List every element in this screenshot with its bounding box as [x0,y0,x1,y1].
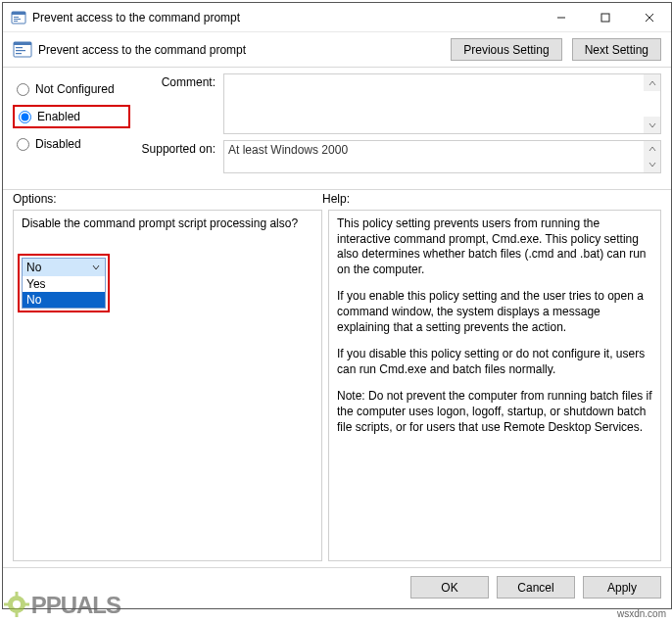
svg-rect-2 [14,17,19,18]
section-labels: Options: Help: [3,190,671,210]
panels-row: Disable the command prompt script proces… [3,210,671,561]
upper-area: Not Configured Enabled Disabled Comment: [3,68,671,185]
option-prompt-label: Disable the command prompt script proces… [22,216,313,230]
dropdown-highlight: No Yes No [18,254,110,312]
svg-rect-16 [16,592,19,597]
brand-watermark: PPUALS [4,592,120,623]
svg-rect-4 [14,21,18,22]
form-column: Comment: Supported on: At least Windows … [140,73,661,179]
scroll-down-icon[interactable] [644,117,660,133]
scroll-up-icon[interactable] [644,74,660,91]
svg-rect-13 [16,53,22,54]
ok-button[interactable]: OK [410,576,489,599]
help-label: Help: [322,192,661,206]
header-row: Prevent access to the command prompt Pre… [3,32,671,63]
supported-textarea: At least Windows 2000 [223,140,661,173]
gear-icon [4,592,29,623]
cancel-button[interactable]: Cancel [497,576,575,599]
comment-row: Comment: [140,73,661,134]
radio-disabled[interactable]: Disabled [13,132,130,156]
app-icon [11,10,26,25]
supported-scrollbar[interactable] [644,141,660,172]
options-panel: Disable the command prompt script proces… [13,210,322,561]
radio-disabled-label: Disabled [35,137,81,151]
svg-rect-3 [14,19,21,20]
dropdown-list: Yes No [23,276,105,308]
apply-button[interactable]: Apply [583,576,661,599]
previous-setting-button[interactable]: Previous Setting [451,38,561,61]
comment-label: Comment: [140,73,223,89]
options-label: Options: [13,192,322,206]
help-p2: If you enable this policy setting and th… [337,289,652,335]
svg-rect-1 [12,12,25,15]
radio-enabled-input[interactable] [19,111,31,123]
window-title: Prevent access to the command prompt [32,11,539,24]
maximize-button[interactable] [583,3,627,31]
state-radio-group: Not Configured Enabled Disabled [13,73,130,179]
radio-disabled-input[interactable] [17,138,29,151]
comment-value [224,74,660,78]
svg-rect-6 [601,14,609,22]
supported-value: At least Windows 2000 [224,141,660,159]
script-processing-dropdown[interactable]: No Yes No [22,258,106,309]
header-title: Prevent access to the command prompt [38,43,441,57]
source-watermark: wsxdn.com [617,608,666,619]
svg-rect-19 [24,603,29,606]
svg-rect-10 [14,42,31,45]
scroll-down-icon[interactable] [644,157,660,172]
radio-enabled[interactable]: Enabled [13,105,130,128]
next-setting-button[interactable]: Next Setting [572,38,661,61]
svg-rect-18 [4,603,9,606]
svg-rect-12 [16,50,25,51]
radio-not-configured-input[interactable] [17,83,29,96]
radio-not-configured-label: Not Configured [35,82,115,96]
titlebar: Prevent access to the command prompt [3,3,671,32]
dropdown-option-yes[interactable]: Yes [23,276,105,292]
minimize-button[interactable] [539,3,583,31]
svg-point-15 [13,600,21,608]
help-p3: If you disable this policy setting or do… [337,347,652,377]
svg-rect-11 [16,47,23,48]
scroll-up-icon[interactable] [644,141,660,157]
supported-label: Supported on: [140,140,223,156]
comment-scrollbar[interactable] [644,74,660,133]
radio-not-configured[interactable]: Not Configured [13,77,130,101]
comment-textarea[interactable] [223,73,661,134]
dropdown-option-no[interactable]: No [23,292,105,308]
chevron-down-icon[interactable] [89,261,103,274]
policy-icon [13,40,32,60]
close-button[interactable] [627,3,671,31]
supported-row: Supported on: At least Windows 2000 [140,140,661,173]
radio-enabled-label: Enabled [37,110,80,123]
brand-text: PPUALS [31,592,120,618]
help-p4: Note: Do not prevent the computer from r… [337,389,652,435]
svg-rect-17 [16,612,19,617]
help-p1: This policy setting prevents users from … [337,216,652,277]
help-panel: This policy setting prevents users from … [328,210,661,561]
dialog-window: Prevent access to the command prompt Pre… [2,2,672,609]
